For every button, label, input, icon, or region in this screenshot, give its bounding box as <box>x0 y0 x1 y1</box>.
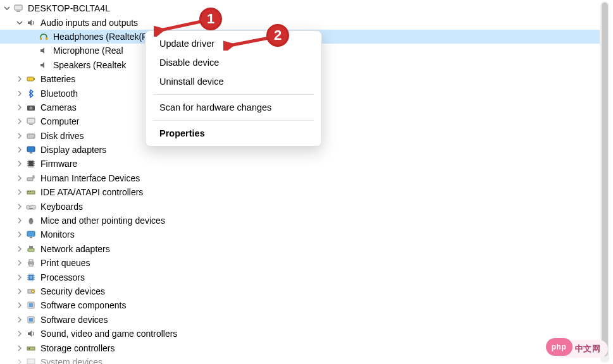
tree-category-sound[interactable]: Sound, video and game controllers <box>0 327 600 341</box>
svg-rect-9 <box>29 124 33 125</box>
menu-properties[interactable]: Properties <box>146 124 321 143</box>
chevron-right-icon[interactable] <box>15 287 24 296</box>
chevron-right-icon[interactable] <box>15 117 24 126</box>
tree-category-hid[interactable]: Human Interface Devices <box>0 171 600 185</box>
keyboards-label: Keyboards <box>40 202 83 212</box>
tree-category-network[interactable]: Network adapters <box>0 242 600 256</box>
scrollbar-thumb[interactable] <box>602 3 608 356</box>
software-icon <box>25 314 37 325</box>
camera-icon <box>25 102 37 113</box>
svg-rect-28 <box>27 231 35 236</box>
disk-drives-label: Disk drives <box>40 131 84 141</box>
chevron-down-icon[interactable] <box>15 18 24 27</box>
ide-label: IDE ATA/ATAPI controllers <box>40 187 143 197</box>
chevron-right-icon[interactable] <box>15 89 24 98</box>
chevron-right-icon[interactable] <box>15 230 24 239</box>
bluetooth-label: Bluetooth <box>40 88 78 99</box>
svg-rect-43 <box>29 318 33 322</box>
svg-rect-0 <box>15 5 22 10</box>
chevron-right-icon[interactable] <box>15 301 24 310</box>
tree-category-storage[interactable]: Storage controllers <box>0 341 600 355</box>
chevron-right-icon[interactable] <box>15 131 24 140</box>
speakers-label: Speakers (Realtek <box>53 60 126 70</box>
tree-category-sw-devices[interactable]: Software devices <box>0 313 600 327</box>
svg-line-47 <box>160 21 201 30</box>
chevron-right-icon[interactable] <box>15 103 24 112</box>
tree-category-keyboards[interactable]: Keyboards <box>0 199 600 213</box>
chevron-right-icon[interactable] <box>15 358 24 364</box>
speaker-icon <box>25 328 37 339</box>
chevron-right-icon[interactable] <box>15 329 24 338</box>
menu-scan-hardware[interactable]: Scan for hardware changes <box>146 98 321 117</box>
svg-rect-21 <box>28 207 28 207</box>
tree-category-monitors[interactable]: Monitors <box>0 228 600 241</box>
svg-rect-24 <box>32 207 32 207</box>
chevron-right-icon[interactable] <box>15 174 24 183</box>
audio-category-label: Audio inputs and outputs <box>40 18 138 28</box>
sw-devices-label: Software devices <box>40 315 108 325</box>
chevron-right-icon[interactable] <box>15 202 24 211</box>
svg-rect-3 <box>46 37 47 40</box>
mice-label: Mice and other pointing devices <box>40 215 165 226</box>
tree-category-audio[interactable]: Audio inputs and outputs <box>0 15 600 29</box>
network-icon <box>25 243 37 255</box>
storage-icon <box>25 343 37 354</box>
annotation-arrow-1 <box>154 18 206 37</box>
svg-rect-1 <box>16 11 20 12</box>
mouse-icon <box>25 215 37 226</box>
svg-rect-31 <box>29 246 33 248</box>
monitor-icon <box>25 229 37 240</box>
tree-category-mice[interactable]: Mice and other pointing devices <box>0 214 600 228</box>
cpu-icon <box>25 272 37 283</box>
tree-category-sw-components[interactable]: Software components <box>0 298 600 312</box>
svg-rect-36 <box>30 276 32 279</box>
chevron-down-icon[interactable] <box>3 4 11 13</box>
menu-separator <box>153 94 314 95</box>
speaker-icon <box>38 45 49 56</box>
svg-point-45 <box>28 348 30 349</box>
chevron-right-icon[interactable] <box>15 75 24 83</box>
svg-line-48 <box>230 38 269 46</box>
watermark: php 中文网 <box>554 340 609 358</box>
computer-icon <box>25 116 37 127</box>
tree-category-print-queues[interactable]: Print queues <box>0 256 600 270</box>
svg-rect-8 <box>27 118 35 123</box>
speaker-icon <box>38 59 49 71</box>
headphones-icon <box>38 31 49 42</box>
tree-category-processors[interactable]: Processors <box>0 270 600 284</box>
svg-rect-17 <box>27 191 35 194</box>
batteries-label: Batteries <box>40 74 75 84</box>
battery-icon <box>25 73 37 85</box>
sw-components-label: Software components <box>40 300 126 310</box>
svg-rect-33 <box>29 260 33 262</box>
chevron-right-icon[interactable] <box>15 245 24 253</box>
tree-category-firmware[interactable]: Firmware <box>0 157 600 171</box>
menu-disable-device[interactable]: Disable device <box>146 53 321 72</box>
chevron-right-icon[interactable] <box>15 258 24 267</box>
chevron-right-icon[interactable] <box>15 188 24 197</box>
scrollbar-vertical[interactable] <box>600 1 609 363</box>
tree-category-ide[interactable]: IDE ATA/ATAPI controllers <box>0 185 600 199</box>
keyboard-icon <box>25 201 37 212</box>
tree-root[interactable]: DESKTOP-BCLTA4L <box>0 1 600 15</box>
firmware-label: Firmware <box>40 159 77 169</box>
svg-rect-39 <box>32 291 34 292</box>
display-icon <box>25 144 37 155</box>
chevron-right-icon[interactable] <box>15 159 24 168</box>
svg-rect-5 <box>34 78 35 80</box>
svg-rect-46 <box>27 359 35 364</box>
menu-uninstall-device[interactable]: Uninstall device <box>146 72 321 91</box>
chevron-right-icon[interactable] <box>15 344 24 353</box>
disk-icon <box>25 130 37 142</box>
chevron-right-icon[interactable] <box>15 273 24 282</box>
chevron-right-icon[interactable] <box>15 315 24 324</box>
monitors-label: Monitors <box>40 229 75 240</box>
annotation-badge-2: 2 <box>266 24 289 47</box>
chevron-right-icon[interactable] <box>15 216 24 225</box>
tree-category-system[interactable]: System devices <box>0 355 600 364</box>
tree-category-security[interactable]: Security devices <box>0 284 600 298</box>
print-queues-label: Print queues <box>40 258 90 268</box>
storage-label: Storage controllers <box>40 343 115 353</box>
svg-rect-34 <box>29 264 33 266</box>
chevron-right-icon[interactable] <box>15 145 24 154</box>
